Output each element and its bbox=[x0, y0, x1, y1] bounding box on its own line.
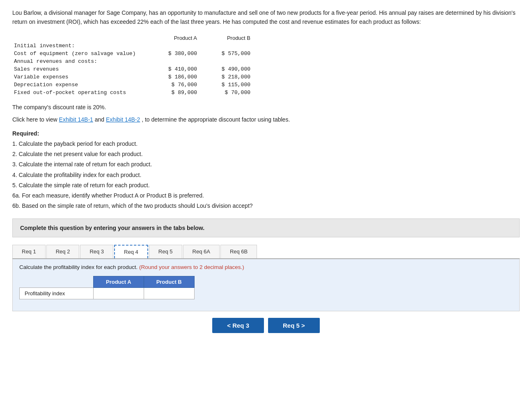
table-val-a: $ 186,000 bbox=[152, 73, 205, 81]
requirement-item: 4. Calculate the profitability index for… bbox=[12, 170, 520, 180]
exhibit-1-link[interactable]: Exhibit 14B-1 bbox=[59, 116, 93, 123]
table-val-a: $ 76,000 bbox=[152, 81, 205, 89]
table-label: Annual revenues and costs: bbox=[12, 57, 152, 65]
requirement-item: 3. Calculate the internal rate of return… bbox=[12, 159, 520, 170]
tab-req5[interactable]: Req 5 bbox=[149, 245, 182, 258]
requirement-item: 2. Calculate the net present value for e… bbox=[12, 149, 520, 159]
requirement-item: 6a. For each measure, identify whether P… bbox=[12, 191, 520, 201]
table-val-b bbox=[205, 57, 259, 65]
table-label: Depreciation expense bbox=[12, 81, 152, 89]
data-table: Product A Product B Initial investment:C… bbox=[12, 34, 259, 97]
requirement-item: 6b. Based on the simple rate of return, … bbox=[12, 201, 520, 211]
table-val-b: $ 575,000 bbox=[205, 50, 259, 57]
table-label: Initial investment: bbox=[12, 42, 152, 50]
table-label: Fixed out-of-pocket operating costs bbox=[12, 89, 152, 97]
product-a-input[interactable] bbox=[102, 290, 135, 296]
row-label-profitability: Profitability index bbox=[20, 288, 94, 299]
discount-text: The company's discount rate is 20%. bbox=[12, 104, 520, 110]
table-val-a: $ 380,000 bbox=[152, 50, 205, 57]
table-val-a: $ 89,000 bbox=[152, 89, 205, 97]
col-header-b: Product B bbox=[205, 34, 259, 42]
exhibit-line: Click here to view Exhibit 14B-1 and Exh… bbox=[12, 116, 520, 123]
answer-col-b-header: Product B bbox=[144, 276, 194, 288]
required-title: Required: bbox=[12, 130, 39, 137]
complete-box: Complete this question by entering your … bbox=[12, 218, 520, 237]
nav-buttons: < Req 3 Req 5 > bbox=[12, 318, 520, 333]
table-val-b: $ 70,000 bbox=[205, 89, 259, 97]
requirement-item: 1. Calculate the payback period for each… bbox=[12, 139, 520, 149]
input-cell-b[interactable] bbox=[144, 288, 194, 299]
table-val-b: $ 115,000 bbox=[205, 81, 259, 89]
answer-table: Product A Product B Profitability index bbox=[19, 276, 195, 299]
exhibit-and-text: and bbox=[95, 116, 104, 123]
table-val-a: $ 410,000 bbox=[152, 65, 205, 73]
tab-hint: (Round your answers to 2 decimal places.… bbox=[139, 264, 244, 270]
requirement-item: 5. Calculate the simple rate of return f… bbox=[12, 180, 520, 191]
tab-req1[interactable]: Req 1 bbox=[12, 245, 46, 258]
table-label: Cost of equipment (zero salvage value) bbox=[12, 50, 152, 57]
tab-instruction: Calculate the profitability index for ea… bbox=[19, 264, 244, 270]
table-val-b: $ 490,000 bbox=[205, 65, 259, 73]
required-section: Required: 1. Calculate the payback perio… bbox=[12, 129, 520, 211]
answer-col-a-header: Product A bbox=[94, 276, 144, 288]
tabs-container: Req 1Req 2Req 3Req 4Req 5Req 6AReq 6B bbox=[12, 245, 520, 259]
next-button[interactable]: Req 5 > bbox=[268, 318, 320, 333]
tab-content: Calculate the profitability index for ea… bbox=[12, 259, 520, 311]
tab-req2[interactable]: Req 2 bbox=[46, 245, 80, 258]
intro-paragraph: Lou Barlow, a divisional manager for Sag… bbox=[12, 8, 520, 27]
table-val-b: $ 218,000 bbox=[205, 73, 259, 81]
exhibit-suffix: , to determine the appropriate discount … bbox=[142, 116, 290, 123]
prev-button[interactable]: < Req 3 bbox=[212, 318, 264, 333]
tab-req6a[interactable]: Req 6A bbox=[183, 245, 220, 258]
exhibit-text: Click here to view bbox=[12, 116, 57, 123]
table-label: Variable expenses bbox=[12, 73, 152, 81]
table-row: Profitability index bbox=[20, 288, 195, 299]
table-val-a bbox=[152, 42, 205, 50]
table-val-a bbox=[152, 57, 205, 65]
table-label: Sales revenues bbox=[12, 65, 152, 73]
exhibit-2-link[interactable]: Exhibit 14B-2 bbox=[106, 116, 140, 123]
tab-req3[interactable]: Req 3 bbox=[80, 245, 113, 258]
col-header-a: Product A bbox=[152, 34, 205, 42]
table-val-b bbox=[205, 42, 259, 50]
tab-req4[interactable]: Req 4 bbox=[114, 245, 148, 258]
input-cell-a[interactable] bbox=[94, 288, 144, 299]
product-b-input[interactable] bbox=[153, 290, 186, 296]
tab-req6b[interactable]: Req 6B bbox=[220, 245, 257, 258]
